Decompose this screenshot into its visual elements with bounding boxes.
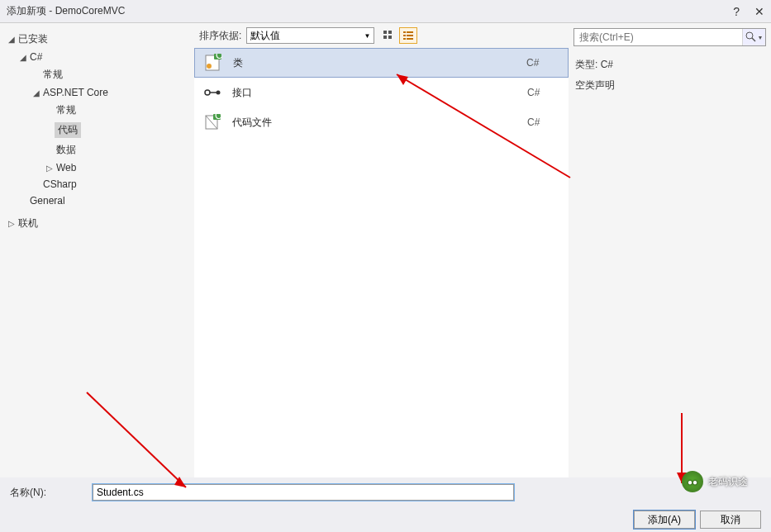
svg-rect-1 — [388, 31, 392, 34]
watermark: ●● 老码识途 — [682, 471, 748, 492]
chevron-right-icon: ▷ — [45, 164, 55, 173]
tree-aspnet-web[interactable]: ▷ Web — [3, 159, 191, 176]
tree-aspnet[interactable]: ◢ ASP.NET Core — [3, 84, 191, 101]
template-row-interface[interactable]: 接口 C# — [194, 78, 569, 107]
svg-point-16 — [217, 91, 221, 95]
tree-aspnet-code[interactable]: 代码 — [3, 120, 191, 140]
list-icon — [402, 30, 414, 41]
template-lang: C# — [527, 87, 560, 98]
name-label: 名称(N): — [10, 486, 93, 500]
template-type: 类型: C# — [573, 55, 766, 75]
svg-rect-8 — [403, 38, 406, 40]
wechat-icon: ●● — [682, 471, 703, 492]
svg-rect-2 — [383, 36, 387, 39]
grid-icon — [383, 30, 394, 41]
main-area: ◢ 已安装 ◢ C# 常规 ◢ ASP.NET Core 常规 代码 数据 ▷ — [0, 23, 771, 477]
tree-installed[interactable]: ◢ 已安装 — [3, 30, 191, 49]
codefile-icon: C# — [202, 112, 222, 132]
svg-rect-4 — [403, 31, 406, 33]
help-button[interactable]: ? — [733, 5, 740, 18]
svg-line-22 — [752, 38, 755, 41]
tree-online[interactable]: ▷ 联机 — [3, 214, 191, 233]
chevron-down-icon: ▼ — [758, 35, 764, 40]
window-title: 添加新项 - DemoCoreMVC — [7, 4, 733, 18]
window-controls: ? ✕ — [733, 5, 764, 18]
button-row: 添加(A) 取消 — [10, 511, 761, 529]
right-panel: ▼ 类型: C# 空类声明 — [569, 23, 771, 477]
class-icon: C# — [203, 53, 223, 73]
tree-general-cn[interactable]: 常规 — [3, 65, 191, 84]
sort-dropdown[interactable]: 默认值 ▼ — [246, 27, 374, 44]
tree-general-en[interactable]: General — [3, 192, 191, 209]
template-name: 类 — [233, 56, 526, 70]
template-row-class[interactable]: C# 类 C# — [194, 48, 569, 78]
tree-csharp[interactable]: ◢ C# — [3, 49, 191, 65]
category-tree: ◢ 已安装 ◢ C# 常规 ◢ ASP.NET Core 常规 代码 数据 ▷ — [0, 23, 194, 477]
template-name: 接口 — [232, 86, 527, 100]
bottom-panel: 名称(N): 添加(A) 取消 — [0, 477, 771, 532]
view-details-button[interactable] — [399, 27, 417, 44]
svg-rect-9 — [407, 38, 413, 40]
chevron-down-icon: ◢ — [7, 35, 17, 44]
tree-aspnet-data[interactable]: 数据 — [3, 140, 191, 159]
svg-text:C#: C# — [216, 54, 222, 61]
close-button[interactable]: ✕ — [754, 5, 764, 18]
template-lang: C# — [527, 116, 560, 128]
toolbar: 排序依据: 默认值 ▼ — [194, 23, 569, 48]
template-list: C# 类 C# 接口 C# C# 代码文件 C# — [194, 48, 569, 477]
tree-csharp-node[interactable]: CSharp — [3, 176, 191, 192]
interface-icon — [202, 83, 222, 102]
svg-point-14 — [205, 90, 210, 95]
svg-rect-7 — [407, 35, 413, 36]
name-row: 名称(N): — [10, 484, 761, 501]
cancel-button[interactable]: 取消 — [700, 511, 761, 529]
chevron-right-icon: ▷ — [7, 219, 17, 228]
template-lang: C# — [526, 57, 559, 69]
svg-point-21 — [746, 32, 753, 39]
watermark-text: 老码识途 — [708, 475, 748, 489]
svg-point-13 — [207, 64, 212, 69]
center-panel: 排序依据: 默认值 ▼ C# 类 C# — [194, 23, 569, 477]
view-small-icons-button[interactable] — [379, 27, 397, 44]
titlebar: 添加新项 - DemoCoreMVC ? ✕ — [0, 0, 771, 23]
template-description: 空类声明 — [573, 75, 766, 96]
svg-rect-5 — [407, 31, 413, 33]
svg-rect-0 — [383, 31, 387, 34]
chevron-down-icon: ◢ — [18, 53, 28, 62]
add-button[interactable]: 添加(A) — [634, 511, 695, 529]
svg-text:C#: C# — [215, 113, 221, 121]
search-button[interactable]: ▼ — [742, 29, 765, 45]
svg-rect-3 — [388, 36, 392, 39]
view-toggle — [379, 27, 417, 44]
chevron-down-icon: ▼ — [364, 32, 370, 40]
filename-input[interactable] — [93, 484, 514, 501]
search-input[interactable] — [574, 29, 742, 45]
sort-label: 排序依据: — [199, 29, 241, 43]
template-row-codefile[interactable]: C# 代码文件 C# — [194, 107, 569, 137]
template-name: 代码文件 — [232, 116, 527, 130]
search-box: ▼ — [573, 28, 766, 46]
search-icon — [745, 31, 757, 43]
svg-rect-6 — [403, 35, 406, 36]
tree-aspnet-general[interactable]: 常规 — [3, 101, 191, 120]
chevron-down-icon: ◢ — [31, 88, 41, 97]
